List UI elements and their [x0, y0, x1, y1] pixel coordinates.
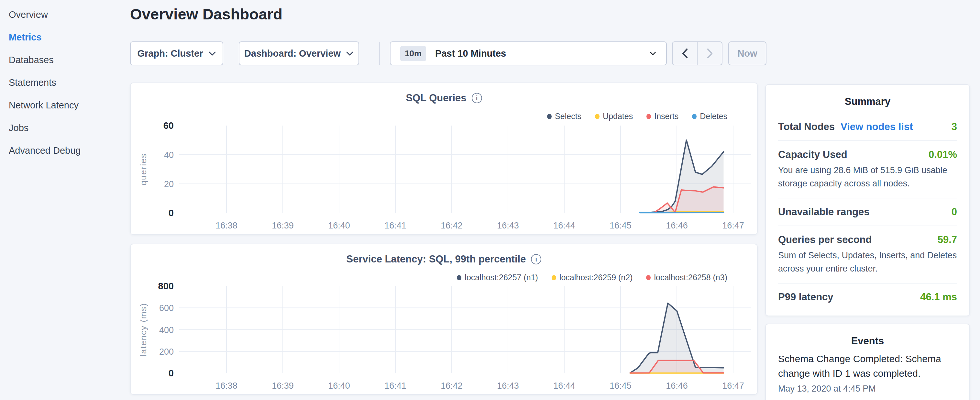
legend-dot-icon [595, 114, 600, 119]
chart-title: Service Latency: SQL, 99th percentile [347, 253, 526, 265]
stat-label: P99 latency [778, 291, 834, 303]
legend-label: Inserts [654, 112, 678, 121]
stat-value: 59.7 [938, 234, 957, 245]
event-item[interactable]: Schema Change Completed: Schema change w… [778, 351, 957, 394]
svg-text:16:47: 16:47 [722, 381, 744, 390]
stat-value: 3 [951, 121, 957, 133]
legend-label: Selects [555, 112, 581, 121]
legend-item[interactable]: Inserts [646, 112, 678, 121]
legend-dot-icon [692, 114, 697, 119]
stat-label: Unavailable ranges [778, 206, 870, 218]
sidebar-item-databases[interactable]: Databases [0, 49, 129, 71]
dashboard-dropdown-label: Dashboard: Overview [244, 48, 341, 59]
svg-text:16:41: 16:41 [384, 381, 406, 390]
svg-text:0: 0 [169, 208, 174, 218]
legend-item[interactable]: localhost:26258 (n3) [646, 273, 727, 282]
svg-text:16:47: 16:47 [722, 221, 744, 230]
sidebar-item-metrics[interactable]: Metrics [0, 26, 129, 49]
chevron-down-icon [208, 51, 216, 56]
stat-value: 0 [951, 206, 957, 218]
sql-queries-chart[interactable]: 16:3816:3916:4016:4116:4216:4316:4416:45… [131, 83, 757, 234]
sidebar-item-network-latency[interactable]: Network Latency [0, 94, 129, 116]
legend-dot-icon [457, 275, 461, 280]
legend-dot-icon [552, 275, 556, 280]
svg-text:0: 0 [169, 368, 174, 378]
sidebar-item-jobs[interactable]: Jobs [0, 116, 129, 139]
stat-unavailable-ranges: Unavailable ranges 0 [778, 198, 957, 226]
sidebar: Overview Metrics Databases Statements Ne… [0, 0, 129, 400]
stat-description: You are using 28.6 MiB of 515.9 GiB usab… [778, 164, 957, 190]
graph-dropdown[interactable]: Graph: Cluster [130, 41, 223, 65]
stat-value: 0.01% [929, 149, 957, 161]
event-timestamp: May 13, 2020 at 4:45 PM [778, 384, 957, 394]
svg-text:16:42: 16:42 [441, 381, 463, 390]
legend-label: Deletes [700, 112, 727, 121]
svg-text:16:42: 16:42 [441, 221, 463, 230]
svg-text:600: 600 [159, 303, 174, 313]
event-text: Schema Change Completed: Schema change w… [778, 351, 957, 381]
controls-divider [379, 42, 380, 65]
time-range-picker[interactable]: 10m Past 10 Minutes [390, 41, 667, 65]
sidebar-item-statements[interactable]: Statements [0, 71, 129, 94]
events-title: Events [766, 324, 969, 347]
stat-label: Queries per second [778, 234, 872, 245]
svg-text:16:43: 16:43 [497, 381, 519, 390]
info-icon[interactable] [472, 93, 482, 103]
dashboard-dropdown[interactable]: Dashboard: Overview [239, 41, 359, 65]
svg-text:16:38: 16:38 [215, 381, 237, 390]
svg-text:20: 20 [164, 179, 174, 189]
stat-description: Sum of Selects, Updates, Inserts, and De… [778, 249, 957, 275]
svg-text:60: 60 [163, 120, 174, 131]
legend-label: localhost:26259 (n2) [559, 273, 633, 282]
chevron-down-icon [649, 51, 657, 56]
svg-text:16:40: 16:40 [328, 221, 350, 230]
sql-queries-card: SQL Queries SelectsUpdatesInsertsDeletes… [130, 83, 758, 235]
svg-text:16:43: 16:43 [497, 221, 519, 230]
svg-text:40: 40 [164, 150, 174, 160]
svg-text:16:38: 16:38 [215, 221, 237, 230]
svg-text:400: 400 [159, 325, 174, 335]
svg-text:16:44: 16:44 [553, 221, 575, 230]
time-forward-button[interactable] [698, 42, 722, 65]
time-step-buttons [672, 41, 722, 65]
svg-text:16:45: 16:45 [609, 381, 632, 390]
legend-item[interactable]: localhost:26259 (n2) [552, 273, 633, 282]
service-latency-chart[interactable]: 16:3816:3916:4016:4116:4216:4316:4416:45… [131, 244, 757, 394]
svg-text:16:39: 16:39 [272, 381, 294, 390]
time-range-badge: 10m [400, 46, 426, 61]
stat-value: 46.1 ms [920, 291, 957, 303]
view-nodes-list-link[interactable]: View nodes list [840, 121, 913, 133]
legend-item[interactable]: Selects [547, 112, 581, 121]
legend-label: localhost:26257 (n1) [465, 273, 538, 282]
summary-panel: Summary Total Nodes View nodes list 3 Ca… [765, 84, 970, 316]
stat-queries-per-second: Queries per second 59.7 Sum of Selects, … [778, 226, 957, 284]
svg-text:16:44: 16:44 [553, 381, 575, 390]
svg-text:16:41: 16:41 [384, 221, 406, 230]
legend-item[interactable]: Updates [595, 112, 633, 121]
summary-title: Summary [766, 85, 969, 107]
service-latency-card: Service Latency: SQL, 99th percentile lo… [130, 244, 758, 395]
svg-text:16:45: 16:45 [609, 221, 632, 230]
now-button[interactable]: Now [728, 41, 767, 65]
sidebar-item-overview[interactable]: Overview [0, 3, 129, 26]
stat-label: Capacity Used [778, 149, 847, 161]
time-range-label: Past 10 Minutes [435, 48, 506, 59]
events-panel: Events Schema Change Completed: Schema c… [765, 324, 970, 400]
chart-legend: SelectsUpdatesInsertsDeletes [547, 112, 727, 121]
chart-title: SQL Queries [406, 92, 466, 104]
svg-text:16:40: 16:40 [328, 381, 350, 390]
svg-text:16:39: 16:39 [272, 221, 294, 230]
chevron-left-icon [681, 48, 689, 59]
chart-legend: localhost:26257 (n1)localhost:26259 (n2)… [457, 273, 727, 282]
sidebar-item-advanced-debug[interactable]: Advanced Debug [0, 139, 129, 162]
info-icon[interactable] [531, 254, 541, 265]
chevron-right-icon [706, 48, 713, 59]
legend-dot-icon [646, 275, 651, 280]
stat-p99-latency: P99 latency 46.1 ms [778, 284, 957, 311]
svg-text:200: 200 [159, 347, 174, 357]
stat-total-nodes: Total Nodes View nodes list 3 [778, 113, 957, 141]
time-back-button[interactable] [673, 42, 698, 65]
legend-item[interactable]: localhost:26257 (n1) [457, 273, 538, 282]
legend-item[interactable]: Deletes [692, 112, 727, 121]
stat-capacity-used: Capacity Used 0.01% You are using 28.6 M… [778, 141, 957, 198]
